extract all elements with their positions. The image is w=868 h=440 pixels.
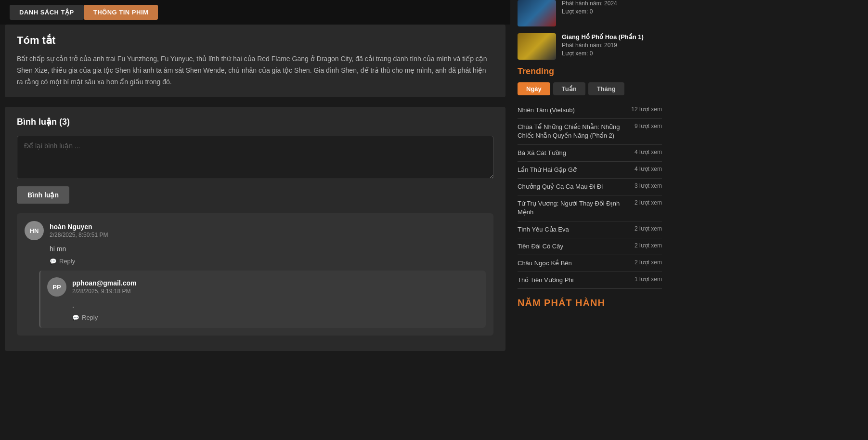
trending-item-views: 2 lượt xem	[628, 199, 662, 217]
sidebar-movie-item: Giang Hồ Phố Hoa (Phần 1) Phát hành năm:…	[518, 33, 662, 60]
trending-item-title: Lần Thứ Hai Gặp Gỡ	[518, 166, 623, 174]
trending-item-views: 2 lượt xem	[628, 259, 662, 268]
trending-tab-day[interactable]: Ngày	[518, 82, 550, 95]
comment-meta: pphoan@gmail.com 2/28/2025, 9:19:18 PM	[72, 279, 136, 295]
nested-comment: PP pphoan@gmail.com 2/28/2025, 9:19:18 P…	[39, 271, 486, 328]
trending-list: Nhiên Tâm (Vietsub) 12 lượt xem Chúa Tể …	[518, 102, 662, 289]
reply-icon: 💬	[72, 314, 79, 321]
trending-section: Trending Ngày Tuần Tháng Nhiên Tâm (Viet…	[518, 66, 662, 309]
reply-icon: 💬	[50, 258, 57, 265]
reply-label: Reply	[82, 314, 98, 321]
movie-info: Giang Hồ Phố Hoa (Phần 1) Phát hành năm:…	[562, 33, 644, 57]
trending-title: Trending	[518, 66, 662, 77]
trending-tabs: Ngày Tuần Tháng	[518, 82, 662, 95]
comment-list: HN hoàn Nguyen 2/28/2025, 8:50:51 PM hi …	[17, 213, 493, 336]
comment-header: PP pphoan@gmail.com 2/28/2025, 9:19:18 P…	[47, 277, 479, 297]
movie-release-year: Phát hành năm: 2024	[562, 0, 617, 7]
summary-section: Tóm tắt Bất chấp sự cản trở của anh trai…	[5, 25, 505, 97]
movie-release-year: Phát hành năm: 2019	[562, 42, 644, 49]
comment-author: pphoan@gmail.com	[72, 279, 136, 287]
trending-item-views: 3 lượt xem	[628, 182, 662, 191]
trending-item[interactable]: Lần Thứ Hai Gặp Gỡ 4 lượt xem	[518, 162, 662, 179]
trending-item-title: Tứ Trụ Vương: Người Thay Đổi Định Mệnh	[518, 199, 623, 217]
sidebar-movie-item: Phát hành năm: 2024 Lượt xem: 0	[518, 0, 662, 26]
comment-date: 2/28/2025, 8:50:51 PM	[50, 232, 108, 238]
trending-item-title: Thỏ Tiên Vương Phi	[518, 276, 623, 285]
tab-episode-list[interactable]: DANH SÁCH TẬP	[10, 5, 84, 20]
trending-item-views: 1 lượt xem	[628, 276, 662, 285]
reply-label: Reply	[59, 258, 75, 265]
movie-info: Phát hành năm: 2024 Lượt xem: 0	[562, 0, 617, 15]
sidebar: Phát hành năm: 2024 Lượt xem: 0 Giang Hồ…	[510, 0, 669, 440]
comment-item: HN hoàn Nguyen 2/28/2025, 8:50:51 PM hi …	[17, 213, 493, 336]
trending-item-title: Châu Ngọc Kề Bên	[518, 259, 623, 268]
submit-comment-button[interactable]: Bình luận	[17, 186, 69, 204]
comment-author: hoàn Nguyen	[50, 223, 108, 231]
summary-text: Bất chấp sự cản trở của anh trai Fu Yunz…	[17, 53, 493, 88]
trending-item-title: Tình Yêu Của Eva	[518, 225, 623, 234]
year-section-title: NĂM PHÁT HÀNH	[518, 298, 662, 309]
trending-item[interactable]: Tứ Trụ Vương: Người Thay Đổi Định Mệnh 2…	[518, 195, 662, 221]
reply-button[interactable]: 💬 Reply	[50, 258, 75, 265]
comments-section: Bình luận (3) Bình luận HN hoàn Nguyen 2…	[5, 107, 505, 351]
trending-tab-month[interactable]: Tháng	[588, 82, 624, 95]
trending-item[interactable]: Châu Ngọc Kề Bên 2 lượt xem	[518, 255, 662, 272]
trending-item-views: 4 lượt xem	[628, 166, 662, 174]
trending-tab-week[interactable]: Tuần	[553, 82, 585, 95]
comments-title: Bình luận (3)	[17, 116, 493, 127]
tab-bar: DANH SÁCH TẬP THÔNG TIN PHIM	[0, 0, 510, 25]
comment-body: .	[72, 301, 479, 309]
trending-item-title: Chưởng Quỷ Ca Ca Mau Đi Đi	[518, 182, 623, 191]
trending-item-views: 4 lượt xem	[628, 149, 662, 157]
movie-title: Giang Hồ Phố Hoa (Phần 1)	[562, 33, 644, 40]
comment-meta: hoàn Nguyen 2/28/2025, 8:50:51 PM	[50, 223, 108, 238]
movie-views: Lượt xem: 0	[562, 8, 617, 15]
trending-item[interactable]: Tình Yêu Của Eva 2 lượt xem	[518, 221, 662, 238]
avatar: PP	[47, 277, 66, 297]
summary-title: Tóm tắt	[17, 34, 493, 47]
trending-item-title: Nhiên Tâm (Vietsub)	[518, 106, 623, 115]
comment-input[interactable]	[17, 136, 493, 179]
reply-button[interactable]: 💬 Reply	[72, 314, 98, 321]
comment-body: hi mn	[50, 245, 486, 253]
trending-item[interactable]: Bà Xã Cát Tường 4 lượt xem	[518, 145, 662, 162]
trending-item-views: 12 lượt xem	[628, 106, 662, 115]
trending-item-views: 2 lượt xem	[628, 242, 662, 251]
trending-item-views: 9 lượt xem	[628, 123, 662, 140]
trending-item[interactable]: Chưởng Quỷ Ca Ca Mau Đi Đi 3 lượt xem	[518, 179, 662, 195]
comment-header: HN hoàn Nguyen 2/28/2025, 8:50:51 PM	[25, 221, 486, 240]
movie-thumbnail	[518, 0, 556, 26]
trending-item[interactable]: Nhiên Tâm (Vietsub) 12 lượt xem	[518, 102, 662, 119]
trending-item-title: Chúa Tể Những Chiếc Nhẫn: Những Chiếc Nh…	[518, 123, 623, 140]
tab-movie-info[interactable]: THÔNG TIN PHIM	[84, 5, 158, 20]
avatar: HN	[25, 221, 44, 240]
trending-item-views: 2 lượt xem	[628, 225, 662, 234]
trending-item-title: Tiên Đài Có Cây	[518, 242, 623, 251]
trending-item-title: Bà Xã Cát Tường	[518, 149, 623, 157]
trending-item[interactable]: Chúa Tể Những Chiếc Nhẫn: Những Chiếc Nh…	[518, 119, 662, 144]
trending-item[interactable]: Tiên Đài Có Cây 2 lượt xem	[518, 238, 662, 255]
comment-date: 2/28/2025, 9:19:18 PM	[72, 288, 136, 295]
movie-thumbnail	[518, 33, 556, 60]
movie-views: Lượt xem: 0	[562, 50, 644, 57]
trending-item[interactable]: Thỏ Tiên Vương Phi 1 lượt xem	[518, 272, 662, 289]
